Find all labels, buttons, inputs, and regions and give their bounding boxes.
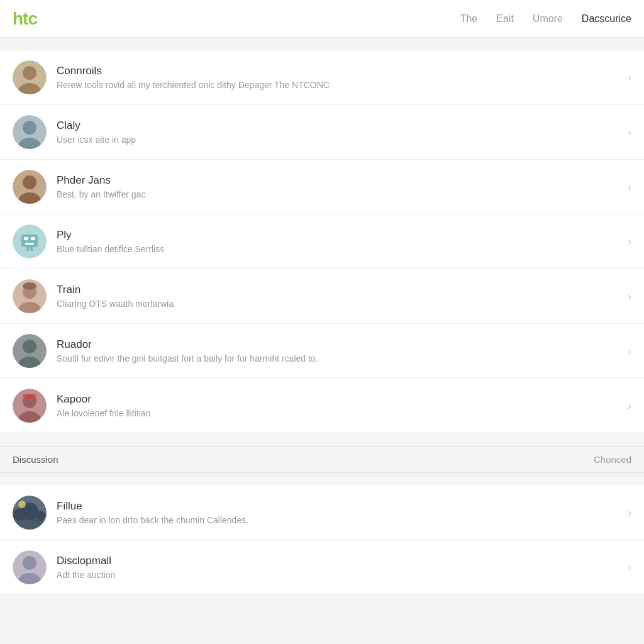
- item-text: Ply Blue tulltian detiflce Serrliss: [57, 229, 621, 254]
- item-subtitle: Adt the auction: [57, 570, 621, 580]
- svg-point-19: [23, 282, 36, 290]
- svg-rect-12: [31, 237, 35, 240]
- item-subtitle: Paes dear in lon drto back the chumin Ca…: [57, 515, 621, 525]
- list-item[interactable]: Ruador Soutll fur edivir the ginl buitga…: [0, 324, 644, 379]
- chevron-icon: ›: [628, 345, 631, 358]
- avatar: [13, 115, 47, 149]
- svg-point-21: [23, 340, 36, 353]
- svg-point-4: [23, 121, 36, 135]
- chevron-icon: ›: [628, 235, 631, 248]
- nav-dacscurice[interactable]: Dacscurice: [582, 13, 631, 25]
- chevron-icon: ›: [628, 290, 631, 303]
- nav-umore[interactable]: Umore: [533, 13, 563, 25]
- item-title: Train: [57, 284, 621, 296]
- item-subtitle: Cliaring OTS waath merlarwia: [57, 299, 621, 309]
- item-text: Connroils Rerew tools rovid ali my terch…: [57, 65, 621, 90]
- svg-rect-11: [24, 237, 28, 240]
- avatar: [13, 550, 47, 584]
- svg-point-7: [23, 175, 36, 189]
- chevron-icon: ›: [628, 126, 631, 139]
- avatar: [13, 334, 47, 368]
- svg-point-34: [23, 556, 36, 570]
- item-title: Claly: [57, 119, 621, 132]
- list-item[interactable]: Disclopmall Adt the auction ›: [0, 540, 644, 595]
- item-text: Ruador Soutll fur edivir the ginl buitga…: [57, 338, 621, 364]
- list-item[interactable]: Claly User icsx aite in app ›: [0, 105, 644, 160]
- item-title: Ply: [57, 229, 621, 242]
- nav-the[interactable]: The: [460, 13, 478, 25]
- item-subtitle: Blue tulltian detiflce Serrliss: [57, 244, 621, 254]
- contacts-list: Connroils Rerew tools rovid ali my terch…: [0, 50, 644, 433]
- main-nav: The Eait Umore Dacscurice: [460, 13, 631, 25]
- avatar: [13, 60, 47, 94]
- chevron-icon: ›: [628, 180, 631, 194]
- item-text: Claly User icsx aite in app: [57, 119, 621, 145]
- item-title: Fillue: [57, 500, 621, 513]
- item-title: Disclopmall: [57, 555, 621, 567]
- list-item[interactable]: Phder Jans Best, by an Itwiffer gac ›: [0, 160, 644, 214]
- item-subtitle: Best, by an Itwiffer gac: [57, 189, 621, 199]
- svg-point-1: [23, 66, 36, 80]
- svg-point-32: [18, 501, 26, 508]
- app-header: htc The Eait Umore Dacscurice: [0, 0, 644, 38]
- list-item[interactable]: Ply Blue tulltian detiflce Serrliss ›: [0, 214, 644, 269]
- avatar: [13, 496, 47, 530]
- list-item[interactable]: Connroils Rerew tools rovid ali my terch…: [0, 50, 644, 105]
- item-text: Train Cliaring OTS waath merlarwia: [57, 284, 621, 309]
- list-item[interactable]: Fillue Paes dear in lon drto back the ch…: [0, 486, 644, 540]
- chevron-icon: ›: [628, 71, 631, 84]
- item-subtitle: Soutll fur edivir the ginl buitgast fort…: [57, 353, 621, 364]
- nav-eait[interactable]: Eait: [496, 13, 514, 25]
- discussion-list: Fillue Paes dear in lon drto back the ch…: [0, 486, 644, 595]
- item-text: Disclopmall Adt the auction: [57, 555, 621, 580]
- section-action[interactable]: Chonced: [594, 454, 631, 465]
- avatar: [13, 170, 47, 204]
- svg-point-31: [35, 511, 45, 521]
- item-title: Phder Jans: [57, 174, 621, 187]
- htc-logo: htc: [13, 9, 37, 29]
- svg-rect-10: [21, 235, 38, 247]
- item-subtitle: User icsx aite in app: [57, 135, 621, 145]
- svg-rect-13: [25, 243, 34, 245]
- avatar: [13, 225, 47, 258]
- svg-rect-26: [23, 394, 36, 399]
- item-title: Ruador: [57, 338, 621, 351]
- section-title: Discussion: [13, 454, 58, 465]
- item-text: Kapoor Ale lovolenef frile llititian: [57, 393, 621, 418]
- chevron-icon: ›: [628, 399, 631, 413]
- list-item[interactable]: Train Cliaring OTS waath merlarwia ›: [0, 269, 644, 324]
- item-subtitle: Ale lovolenef frile llititian: [57, 408, 621, 418]
- item-text: Fillue Paes dear in lon drto back the ch…: [57, 500, 621, 525]
- item-text: Phder Jans Best, by an Itwiffer gac: [57, 174, 621, 199]
- chevron-icon: ›: [628, 506, 631, 519]
- avatar: [13, 279, 47, 313]
- chevron-icon: ›: [628, 561, 631, 574]
- svg-rect-14: [26, 247, 29, 251]
- item-title: Connroils: [57, 65, 621, 77]
- section-header: Discussion Chonced: [0, 446, 644, 473]
- item-title: Kapoor: [57, 393, 621, 406]
- avatar: [13, 389, 47, 423]
- item-subtitle: Rerew tools rovid ali my terchiented oni…: [57, 80, 621, 90]
- svg-rect-15: [30, 247, 33, 251]
- list-item[interactable]: Kapoor Ale lovolenef frile llititian ›: [0, 379, 644, 433]
